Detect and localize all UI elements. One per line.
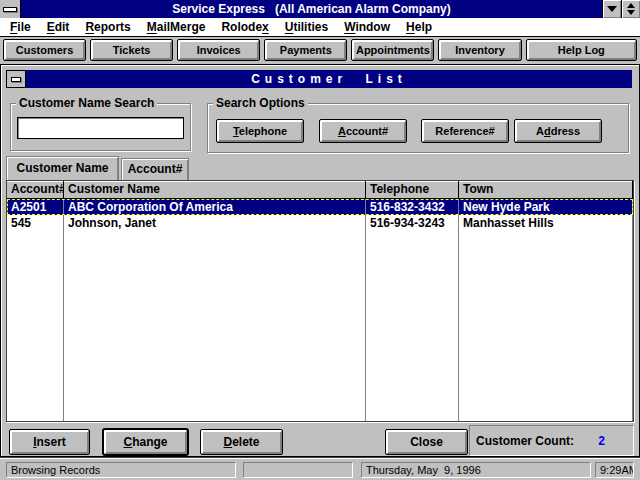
- cell-town: New Hyde Park: [459, 199, 633, 215]
- customer-count-label: Customer Count:: [476, 434, 574, 448]
- column-header-customer-name: Customer Name: [64, 181, 366, 198]
- status-message: Browsing Records: [6, 462, 236, 478]
- menu-utilities[interactable]: Utilities: [277, 18, 336, 36]
- status-date: Thursday, May 9, 1996: [361, 462, 591, 478]
- cell-account: A2501: [7, 199, 64, 215]
- toolbar-button-invoices[interactable]: Invoices: [177, 39, 260, 61]
- customer-list-system-menu-button[interactable]: [6, 70, 26, 88]
- cell-telephone: 516-832-3432: [366, 199, 459, 215]
- menu-file[interactable]: File: [2, 18, 39, 36]
- tab-account-number[interactable]: Account#: [121, 158, 189, 180]
- cell-customer-name: ABC Corporation Of America: [64, 199, 366, 215]
- toolbar-button-appointments[interactable]: Appointments: [351, 39, 434, 61]
- toolbar-button-payments[interactable]: Payments: [264, 39, 347, 61]
- filler-cell: [366, 231, 459, 421]
- menu-mailmerge[interactable]: MailMerge: [139, 18, 214, 36]
- customer-name-search-input[interactable]: [17, 117, 184, 139]
- status-time: 9:29AM: [595, 462, 634, 478]
- table-row[interactable]: A2501 ABC Corporation Of America 516-832…: [7, 199, 633, 215]
- tab-customer-name[interactable]: Customer Name: [6, 156, 119, 180]
- search-options-label: Search Options: [213, 96, 308, 110]
- insert-button[interactable]: Insert: [9, 429, 90, 455]
- change-button[interactable]: Change: [103, 429, 188, 455]
- column-header-town: Town: [459, 181, 633, 198]
- table-row[interactable]: 545 Johnson, Janet 516-934-3243 Manhasse…: [7, 215, 633, 231]
- customer-table: Account# Customer Name Telephone Town A2…: [6, 180, 634, 422]
- toolbar-button-tickets[interactable]: Tickets: [90, 39, 173, 61]
- system-menu-icon: [11, 77, 21, 82]
- delete-button[interactable]: Delete: [200, 429, 283, 455]
- customer-count-value: 2: [598, 434, 605, 448]
- status-empty-panel: [243, 462, 353, 478]
- app-title: Service Express (All American Alarm Comp…: [21, 0, 602, 18]
- customer-list-window: Customer List Customer Name Search Searc…: [0, 64, 640, 457]
- cell-telephone: 516-934-3243: [366, 215, 459, 231]
- desktop: Service Express (All American Alarm Comp…: [0, 0, 640, 480]
- minimize-icon: [607, 6, 617, 12]
- menu-window[interactable]: Window: [336, 18, 398, 36]
- table-header-row: Account# Customer Name Telephone Town: [7, 181, 633, 199]
- search-by-reference-button[interactable]: Reference#: [421, 119, 509, 143]
- system-menu-button[interactable]: [0, 0, 21, 18]
- toolbar-button-inventory[interactable]: Inventory: [438, 39, 521, 61]
- filler-cell: [459, 231, 633, 421]
- search-options-group: Search Options Telephone Account# Refere…: [207, 103, 629, 153]
- minimize-button[interactable]: [602, 0, 621, 18]
- sort-tabs: Customer Name Account#: [6, 156, 189, 180]
- system-menu-icon: [3, 7, 17, 12]
- customer-name-search-group: Customer Name Search: [10, 103, 191, 151]
- cell-account: 545: [7, 215, 64, 231]
- customer-count-panel: Customer Count: 2: [469, 425, 634, 456]
- menu-bar: File Edit Reports MailMerge Rolodex Util…: [0, 18, 640, 37]
- search-by-account-button[interactable]: Account#: [319, 119, 407, 143]
- restore-up-icon: [627, 3, 635, 8]
- customer-list-titlebar: Customer List: [6, 70, 632, 88]
- app-titlebar: Service Express (All American Alarm Comp…: [0, 0, 640, 18]
- customer-name-search-label: Customer Name Search: [16, 96, 157, 110]
- customer-list-title-bg: Customer List: [26, 70, 632, 88]
- search-by-address-button[interactable]: Address: [514, 119, 602, 143]
- restore-button[interactable]: [621, 0, 640, 18]
- menu-edit[interactable]: Edit: [39, 18, 78, 36]
- filler-cell: [64, 231, 366, 421]
- filler-cell: [7, 231, 64, 421]
- toolbar-button-customers[interactable]: Customers: [3, 39, 86, 61]
- main-toolbar: Customers Tickets Invoices Payments Appo…: [0, 37, 640, 64]
- column-header-telephone: Telephone: [366, 181, 459, 198]
- restore-down-icon: [627, 10, 635, 15]
- customer-list-title: Customer List: [251, 72, 407, 86]
- cell-town: Manhasset Hills: [459, 215, 633, 231]
- window-controls: [602, 0, 640, 18]
- toolbar-button-help-log[interactable]: Help Log: [526, 39, 637, 61]
- column-header-account: Account#: [7, 181, 64, 198]
- close-button[interactable]: Close: [385, 429, 468, 455]
- cell-customer-name: Johnson, Janet: [64, 215, 366, 231]
- status-bar: Browsing Records Thursday, May 9, 1996 9…: [0, 457, 640, 480]
- menu-rolodex[interactable]: Rolodex: [213, 18, 276, 36]
- table-filler: [7, 231, 633, 421]
- search-by-telephone-button[interactable]: Telephone: [216, 119, 304, 143]
- menu-reports[interactable]: Reports: [77, 18, 138, 36]
- menu-help[interactable]: Help: [398, 18, 440, 36]
